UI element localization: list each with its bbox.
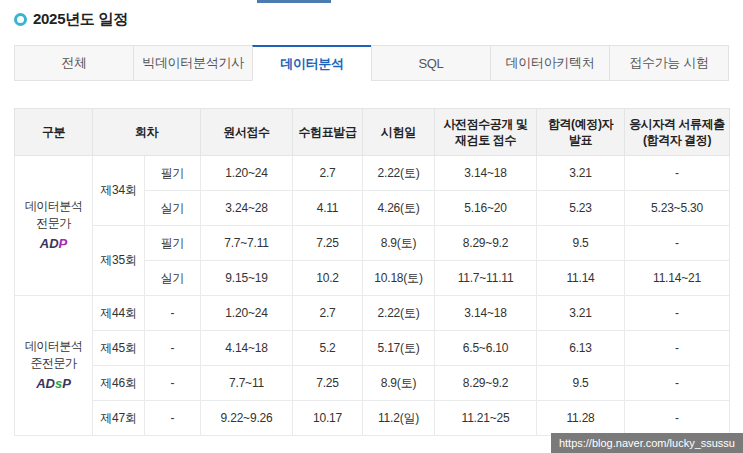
cell-docs: -	[625, 331, 730, 366]
top-edge-blue-fragment	[257, 0, 331, 3]
cell-exam-date: 5.17(토)	[363, 331, 435, 366]
watermark-url: https://blog.naver.com/lucky_ssussu	[551, 433, 743, 453]
cell-docs: -	[625, 401, 730, 436]
cell-session: -	[145, 296, 201, 331]
cell-session: -	[145, 401, 201, 436]
table-row: 제35회 필기 7.7~7.11 7.25 8.9(토) 8.29~9.2 9.…	[15, 226, 730, 261]
page-container: 2025년도 일정 전체 빅데이터분석기사 데이터분석 SQL 데이터아키텍처 …	[0, 10, 743, 436]
cell-apply: 7.7~11	[201, 366, 293, 401]
table-row: 제47회 - 9.22~9.26 10.17 11.2(일) 11.21~25 …	[15, 401, 730, 436]
cell-docs: -	[625, 366, 730, 401]
col-header-exam-date: 시험일	[363, 109, 435, 156]
cell-docs: -	[625, 296, 730, 331]
cell-apply: 3.24~28	[201, 191, 293, 226]
adsp-logo: ADsP	[16, 375, 91, 394]
col-header-docs-line2: (합격자 결정)	[643, 133, 711, 147]
cell-exam-date: 4.26(토)	[363, 191, 435, 226]
cell-docs: 11.14~21	[625, 261, 730, 296]
logo-part: AD	[40, 236, 59, 251]
col-header-prescore-line1: 사전점수공개 및	[443, 117, 527, 131]
tab-available-exams[interactable]: 접수가능 시험	[609, 45, 729, 81]
cell-docs: -	[625, 156, 730, 191]
exam-type-tabs: 전체 빅데이터분석기사 데이터분석 SQL 데이터아키텍처 접수가능 시험	[14, 45, 729, 81]
col-header-pass-line2: 발표	[569, 133, 592, 147]
cell-prescore: 8.29~9.2	[435, 366, 537, 401]
tab-sql[interactable]: SQL	[371, 45, 491, 81]
cell-session: 필기	[145, 156, 201, 191]
cell-apply: 1.20~24	[201, 156, 293, 191]
cell-round: 제44회	[93, 296, 145, 331]
cell-session: 실기	[145, 261, 201, 296]
cell-exam-date: 8.9(토)	[363, 226, 435, 261]
cell-prescore: 6.5~6.10	[435, 331, 537, 366]
cell-ticket: 10.2	[293, 261, 363, 296]
tab-bigdata-engineer[interactable]: 빅데이터분석기사	[133, 45, 253, 81]
logo-part: P	[62, 376, 71, 391]
cell-apply: 1.20~24	[201, 296, 293, 331]
cell-docs: 5.23~5.30	[625, 191, 730, 226]
group-name: 데이터분석 준전문가	[16, 338, 91, 373]
cell-apply: 9.15~19	[201, 261, 293, 296]
cell-ticket: 4.11	[293, 191, 363, 226]
table-row: 제46회 - 7.7~11 7.25 8.9(토) 8.29~9.2 9.5 -	[15, 366, 730, 401]
header-row: 구분 회차 원서접수 수험표발급 시험일 사전점수공개 및 재검토 접수 합격(…	[15, 109, 730, 156]
cell-prescore: 3.14~18	[435, 296, 537, 331]
cell-round: 제46회	[93, 366, 145, 401]
cell-prescore: 11.7~11.11	[435, 261, 537, 296]
tab-data-analysis[interactable]: 데이터분석	[252, 45, 372, 81]
table-row: 데이터분석 전문가 ADP 제34회 필기 1.20~24 2.7 2.22(토…	[15, 156, 730, 191]
cell-exam-date: 11.2(일)	[363, 401, 435, 436]
section-title-row: 2025년도 일정	[14, 10, 729, 29]
cell-pass: 9.5	[537, 226, 625, 261]
logo-part: P	[59, 236, 68, 251]
cell-session: -	[145, 366, 201, 401]
cell-ticket: 2.7	[293, 296, 363, 331]
tab-all[interactable]: 전체	[14, 45, 134, 81]
cell-exam-date: 8.9(토)	[363, 366, 435, 401]
cell-ticket: 10.17	[293, 401, 363, 436]
col-header-prescore-line2: 재검토 접수	[455, 133, 516, 147]
cell-pass: 9.5	[537, 366, 625, 401]
col-header-docs-line1: 응시자격 서류제출	[629, 117, 725, 131]
cell-session: -	[145, 331, 201, 366]
cell-round: 제45회	[93, 331, 145, 366]
schedule-table: 구분 회차 원서접수 수험표발급 시험일 사전점수공개 및 재검토 접수 합격(…	[14, 108, 730, 436]
group-name: 데이터분석 전문가	[16, 198, 91, 233]
cell-docs: -	[625, 226, 730, 261]
col-header-docs: 응시자격 서류제출 (합격자 결정)	[625, 109, 730, 156]
group-cell-adsp: 데이터분석 준전문가 ADsP	[15, 296, 93, 436]
tab-data-architect[interactable]: 데이터아키텍처	[490, 45, 610, 81]
cell-ticket: 7.25	[293, 366, 363, 401]
col-header-apply: 원서접수	[201, 109, 293, 156]
cell-pass: 11.28	[537, 401, 625, 436]
table-row: 제45회 - 4.14~18 5.2 5.17(토) 6.5~6.10 6.13…	[15, 331, 730, 366]
group-name-line2: 준전문가	[31, 356, 77, 370]
cell-exam-date: 10.18(토)	[363, 261, 435, 296]
cell-pass: 11.14	[537, 261, 625, 296]
cell-round: 제35회	[93, 226, 145, 296]
col-header-pass: 합격(예정)자 발표	[537, 109, 625, 156]
col-header-prescore: 사전점수공개 및 재검토 접수	[435, 109, 537, 156]
cell-ticket: 7.25	[293, 226, 363, 261]
table-row: 데이터분석 준전문가 ADsP 제44회 - 1.20~24 2.7 2.22(…	[15, 296, 730, 331]
adp-logo: ADP	[16, 235, 91, 254]
cell-round: 제47회	[93, 401, 145, 436]
cell-prescore: 5.16~20	[435, 191, 537, 226]
cell-round: 제34회	[93, 156, 145, 226]
group-name-line1: 데이터분석	[25, 339, 83, 353]
cell-ticket: 5.2	[293, 331, 363, 366]
cell-ticket: 2.7	[293, 156, 363, 191]
title-bullet-icon	[14, 13, 27, 26]
group-name-line2: 전문가	[36, 216, 71, 230]
cell-exam-date: 2.22(토)	[363, 156, 435, 191]
cell-pass: 6.13	[537, 331, 625, 366]
logo-part: AD	[36, 376, 55, 391]
cell-exam-date: 2.22(토)	[363, 296, 435, 331]
cell-pass: 3.21	[537, 156, 625, 191]
cell-prescore: 8.29~9.2	[435, 226, 537, 261]
cell-prescore: 3.14~18	[435, 156, 537, 191]
col-header-gubun: 구분	[15, 109, 93, 156]
cell-prescore: 11.21~25	[435, 401, 537, 436]
page-title: 2025년도 일정	[33, 10, 128, 29]
group-name-line1: 데이터분석	[25, 199, 83, 213]
